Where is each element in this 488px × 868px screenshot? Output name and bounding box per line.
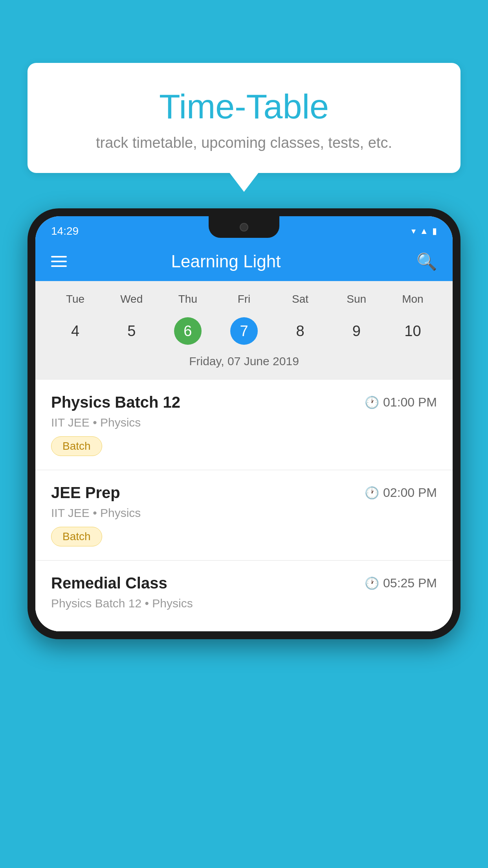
wifi-icon: ▾ [411,226,416,236]
schedule-meta-1: IIT JEE • Physics [51,506,437,520]
schedule-time-2: 🕐 05:25 PM [365,576,437,590]
date-number-5: 5 [118,317,145,345]
day-name-mon: Mon [385,289,441,309]
schedule-item-1[interactable]: JEE Prep🕐 02:00 PMIIT JEE • PhysicsBatch [35,470,453,561]
schedule-title-1: JEE Prep [51,484,120,502]
schedule-list: Physics Batch 12🕐 01:00 PMIIT JEE • Phys… [35,380,453,631]
date-number-4: 4 [62,317,89,345]
schedule-title-2: Remedial Class [51,574,167,592]
day-name-wed: Wed [103,289,160,309]
phone-camera [240,223,248,232]
schedule-item-2[interactable]: Remedial Class🕐 05:25 PMPhysics Batch 12… [35,561,453,631]
day-name-thu: Thu [160,289,216,309]
date-cell-4[interactable]: 4 [47,313,103,349]
signal-icon: ▲ [420,226,428,236]
date-number-6: 6 [174,317,202,345]
schedule-item-0[interactable]: Physics Batch 12🕐 01:00 PMIIT JEE • Phys… [35,380,453,470]
day-name-sun: Sun [328,289,385,309]
phone-container: 14:29 ▾ ▲ ▮ Learning Light 🔍 [28,208,460,868]
bubble-subtitle: track timetable, upcoming classes, tests… [47,134,441,151]
bubble-title: Time-Table [47,86,441,127]
status-time: 14:29 [51,225,79,237]
calendar-dates: 45678910 [47,313,441,349]
status-icons: ▾ ▲ ▮ [411,226,437,236]
schedule-item-header-0: Physics Batch 12🕐 01:00 PM [51,394,437,411]
app-bar: Learning Light 🔍 [35,242,453,281]
search-icon[interactable]: 🔍 [416,252,437,271]
date-cell-8[interactable]: 8 [272,313,328,349]
calendar-selected-label: Friday, 07 June 2019 [47,349,441,372]
day-name-tue: Tue [47,289,103,309]
clock-icon-0: 🕐 [365,395,379,409]
schedule-time-1: 🕐 02:00 PM [365,485,437,500]
calendar-days-header: TueWedThuFriSatSunMon [47,289,441,309]
phone-notch [209,216,279,238]
date-number-7: 7 [230,317,258,345]
calendar: TueWedThuFriSatSunMon 45678910 Friday, 0… [35,281,453,380]
phone-mockup: 14:29 ▾ ▲ ▮ Learning Light 🔍 [28,208,460,639]
date-cell-5[interactable]: 5 [103,313,160,349]
app-title: Learning Light [35,252,416,271]
date-cell-10[interactable]: 10 [385,313,441,349]
schedule-time-0: 🕐 01:00 PM [365,395,437,410]
speech-bubble-container: Time-Table track timetable, upcoming cla… [28,63,460,173]
date-cell-9[interactable]: 9 [328,313,385,349]
clock-icon-2: 🕐 [365,576,379,590]
date-number-9: 9 [343,317,370,345]
date-number-10: 10 [399,317,426,345]
phone-screen: 14:29 ▾ ▲ ▮ Learning Light 🔍 [35,216,453,631]
day-name-fri: Fri [216,289,272,309]
schedule-meta-2: Physics Batch 12 • Physics [51,597,437,610]
schedule-meta-0: IIT JEE • Physics [51,416,437,429]
batch-badge-0: Batch [51,436,102,456]
clock-icon-1: 🕐 [365,486,379,500]
speech-bubble: Time-Table track timetable, upcoming cla… [28,63,460,173]
schedule-item-header-1: JEE Prep🕐 02:00 PM [51,484,437,502]
schedule-item-header-2: Remedial Class🕐 05:25 PM [51,574,437,592]
schedule-title-0: Physics Batch 12 [51,394,180,411]
date-number-8: 8 [286,317,314,345]
day-name-sat: Sat [272,289,328,309]
batch-badge-1: Batch [51,527,102,546]
date-cell-7[interactable]: 7 [216,313,272,349]
battery-icon: ▮ [432,226,437,236]
date-cell-6[interactable]: 6 [160,313,216,349]
